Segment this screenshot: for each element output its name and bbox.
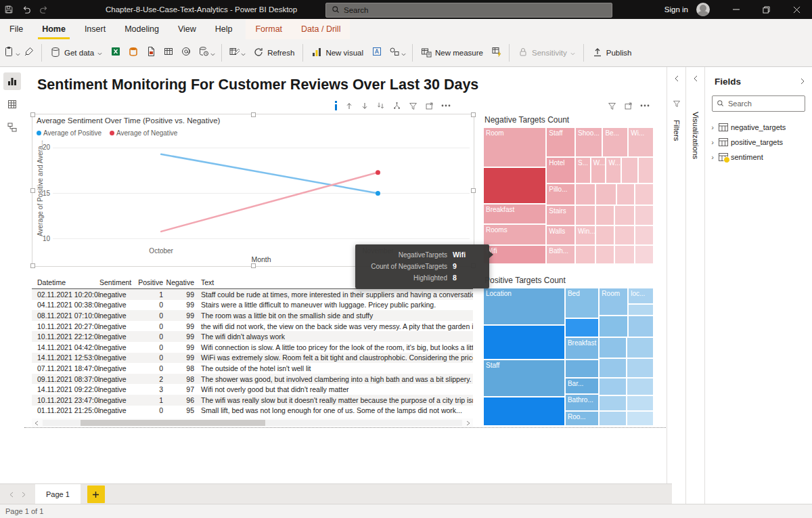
treemap-tile-breakfast[interactable]: Breakfast [483, 204, 546, 224]
treemap-tile[interactable] [565, 318, 599, 338]
data-point-average-of-negative[interactable] [376, 170, 380, 175]
sensitivity-button[interactable]: Sensitivity [513, 43, 580, 63]
resize-handle[interactable] [30, 263, 35, 268]
sql-server-button[interactable] [142, 43, 160, 62]
menu-tab-modeling[interactable]: Modeling [115, 19, 168, 39]
model-view-button[interactable] [3, 118, 21, 136]
column-header-negative[interactable]: Negative [163, 278, 194, 286]
treemap-tile-room[interactable]: Room [599, 288, 628, 316]
table-row[interactable]: 01.11.2021 21:25:08negative095Small lift… [32, 406, 473, 416]
treemap-tile-pillo[interactable]: Pillo... [546, 184, 575, 205]
treemap-tile-s[interactable]: S... [575, 157, 591, 183]
table-row[interactable]: 14.11.2021 12:53:08negative099WiFi was e… [32, 353, 473, 364]
menu-tab-view[interactable]: View [168, 19, 206, 39]
filter-icon[interactable] [608, 102, 616, 110]
treemap-tile[interactable] [595, 205, 614, 225]
treemap-tile[interactable] [599, 316, 628, 338]
menu-tab-file[interactable]: File [0, 19, 32, 39]
avatar[interactable] [696, 3, 710, 16]
treemap-tile[interactable] [575, 245, 595, 264]
treemap-tile[interactable] [599, 411, 626, 426]
titlebar-search[interactable]: Search [325, 3, 612, 18]
treemap-tile[interactable] [635, 205, 654, 225]
more-visuals-button[interactable] [386, 43, 409, 62]
negative-treemap-visual[interactable]: Negative Targets Count RoomBreakfastRoom… [482, 114, 655, 265]
treemap-tile[interactable] [627, 378, 654, 396]
treemap-tile[interactable] [621, 157, 638, 183]
filter-icon[interactable] [409, 102, 418, 110]
menu-tab-home[interactable]: Home [32, 19, 75, 39]
expand-filters-icon[interactable] [667, 75, 685, 82]
resize-handle[interactable] [471, 112, 476, 117]
go-to-next-level-icon[interactable] [376, 102, 385, 110]
redo-icon[interactable] [35, 0, 53, 19]
scroll-right-icon[interactable] [464, 419, 473, 427]
legend-item-average-of-positive[interactable]: Average of Positive [37, 129, 102, 137]
drill-up-icon[interactable] [345, 102, 353, 110]
treemap-tile[interactable] [599, 358, 626, 378]
table-row[interactable]: 02.11.2021 10:20:08negative199Staff coul… [32, 289, 473, 300]
treemap-tile[interactable] [483, 167, 546, 204]
field-item-negative-targets[interactable]: ›negative_targets [705, 120, 812, 135]
scrollbar-track[interactable] [43, 420, 462, 426]
scroll-left-icon[interactable] [32, 419, 41, 427]
treemap-tile-hotel[interactable]: Hotel [546, 157, 575, 183]
datahub-button[interactable] [125, 43, 142, 62]
table-row[interactable]: 14.11.2021 09:22:08negative397Wifi not o… [32, 384, 473, 395]
filters-pane-collapsed[interactable]: Filters [667, 67, 685, 504]
treemap-tile-bath[interactable]: Bath... [546, 245, 575, 264]
chevron-right-icon[interactable]: › [709, 123, 716, 131]
table-row[interactable]: 10.11.2021 22:12:08negative099The wifi d… [32, 331, 473, 342]
prev-page-arrow[interactable] [5, 484, 18, 504]
visualizations-pane-label[interactable]: Visualizations [692, 112, 700, 159]
fields-search-input[interactable]: Search [712, 95, 805, 112]
refresh-button[interactable]: Refresh [248, 43, 299, 63]
enter-data-button[interactable] [160, 43, 177, 62]
page-tab[interactable]: Page 1 [35, 484, 81, 504]
treemap-tile[interactable] [595, 245, 614, 264]
table-row[interactable]: 08.11.2021 07:10:08negative099The room w… [32, 310, 473, 321]
table-row[interactable]: 10.11.2021 20:27:08negative099the wifi d… [32, 321, 473, 332]
positive-treemap-visual[interactable]: Positive Targets Count LocationStaffBedB… [482, 274, 655, 427]
treemap-tile-w[interactable]: W... [591, 157, 606, 183]
treemap-tile-room[interactable]: Room [483, 127, 546, 167]
menu-tab-insert[interactable]: Insert [75, 19, 115, 39]
report-canvas[interactable]: Sentiment Monitoring For Customer Review… [24, 67, 667, 484]
menu-tab-data-drill[interactable]: Data / Drill [292, 19, 350, 39]
table-row[interactable]: 14.11.2021 04:42:08negative099Wifi conne… [32, 342, 473, 353]
treemap-tile[interactable] [599, 395, 626, 410]
close-button[interactable] [782, 0, 812, 19]
treemap-tile-stairs[interactable]: Stairs [546, 205, 575, 225]
treemap-tile[interactable] [635, 225, 654, 244]
treemap-tile[interactable] [595, 225, 614, 244]
minimize-button[interactable] [721, 0, 751, 19]
resize-handle[interactable] [30, 188, 35, 193]
column-header-sentiment[interactable]: Sentiment [99, 278, 137, 286]
field-item-sentiment[interactable]: ›sentiment [705, 150, 812, 165]
treemap-tile[interactable] [614, 245, 635, 264]
collapse-fields-icon[interactable] [800, 75, 805, 87]
restore-button[interactable] [751, 0, 782, 19]
treemap-tile[interactable] [565, 360, 599, 378]
treemap-tile-win[interactable]: Win... [575, 225, 595, 244]
undo-icon[interactable] [18, 0, 35, 19]
treemap-tile[interactable] [599, 378, 626, 396]
treemap-tile[interactable] [627, 395, 654, 410]
treemap-tile-walls[interactable]: Walls [546, 225, 575, 244]
new-measure-button[interactable]: New measure [416, 43, 488, 63]
scrollbar-thumb[interactable] [81, 420, 265, 426]
treemap-tile-staff[interactable]: Staff [546, 127, 575, 157]
excel-workbook-button[interactable] [107, 43, 125, 62]
recent-sources-button[interactable] [195, 43, 218, 62]
treemap-tile[interactable] [628, 304, 654, 315]
treemap-tile-shoo[interactable]: Shoo... [575, 127, 602, 157]
treemap-tile[interactable] [627, 337, 654, 358]
legend-item-average-of-negative[interactable]: Average of Negative [110, 129, 177, 137]
resize-handle[interactable] [251, 263, 256, 268]
expand-visualizations-icon[interactable] [686, 75, 704, 82]
ellipsis-icon[interactable] [640, 104, 650, 107]
table-row[interactable]: 09.11.2021 08:37:08negative298The shower… [32, 374, 473, 385]
treemap-tile[interactable] [595, 184, 616, 205]
get-data-button[interactable]: Get data [45, 43, 107, 63]
column-header-datetime[interactable]: Datetime [32, 278, 99, 286]
